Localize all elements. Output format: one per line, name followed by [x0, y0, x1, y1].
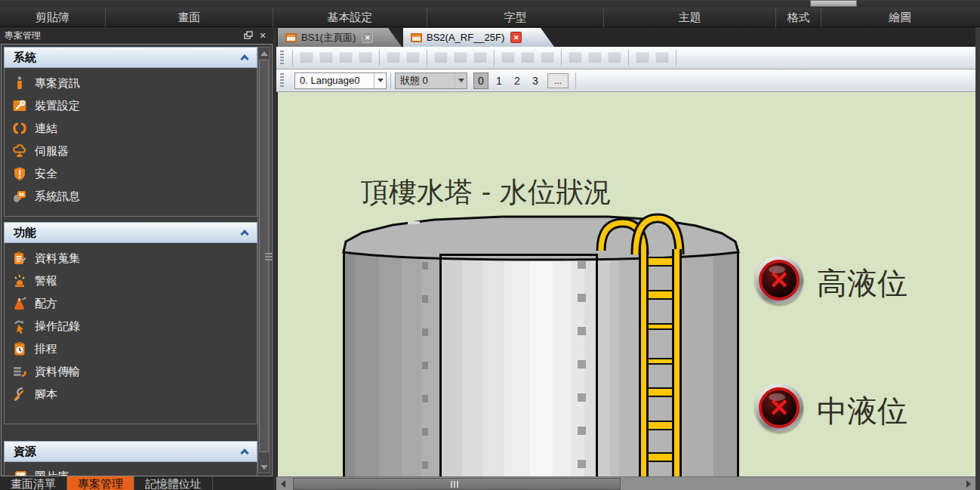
document-tab-bs2[interactable]: BS2(A_RF__25F) ✕: [403, 28, 554, 47]
lamp-lens: ✕: [759, 387, 800, 428]
ribbon-tab-format[interactable]: 格式: [776, 8, 821, 27]
item-label: 排程: [35, 342, 57, 356]
item-label: 資料蒐集: [35, 251, 80, 266]
sidebar-item-data-sampling[interactable]: 資料蒐集: [5, 247, 257, 270]
label-high-level[interactable]: 高液位: [817, 263, 908, 304]
sidebar-item-device-settings[interactable]: 裝置設定: [5, 94, 257, 117]
item-label: 配方: [35, 297, 57, 311]
sidebar-item-picture-library[interactable]: 圖片庫: [5, 465, 257, 476]
panel-titlebar: 專案管理 ✕: [0, 27, 273, 44]
tab-close-icon[interactable]: ✕: [362, 32, 373, 43]
state-button-0[interactable]: 0: [473, 72, 488, 89]
item-label: 資料傳輸: [35, 365, 80, 379]
section-box-system: 專案資訊 裝置設定 連結 伺服器: [4, 68, 257, 217]
script-icon: [11, 386, 29, 402]
thumb-grip: [451, 481, 460, 488]
item-label: 系統訊息: [35, 190, 80, 204]
chevron-up-icon: [240, 54, 248, 63]
chevron-down-icon[interactable]: [374, 73, 386, 88]
ribbon-cutoff-control[interactable]: [810, 0, 857, 7]
project-info-icon: [11, 75, 29, 91]
sidebar-item-project-info[interactable]: 專案資訊: [5, 72, 257, 94]
state-button-1[interactable]: 1: [492, 72, 507, 89]
tab-project-manager[interactable]: 專案管理: [67, 476, 134, 490]
disabled-ungroup-icon: [406, 52, 420, 63]
horizontal-scrollbar-thumb[interactable]: [293, 478, 621, 490]
sidebar-item-link[interactable]: 連結: [5, 117, 257, 140]
document-tabbar: BS1(主頁面) ✕ BS2(A_RF__25F) ✕: [276, 27, 975, 47]
close-icon[interactable]: ✕: [257, 30, 269, 42]
sidebar-scrollbar[interactable]: [257, 47, 270, 473]
toolbar-drag-handle[interactable]: [280, 73, 284, 88]
ribbon-top-strip: [0, 0, 980, 8]
sidebar-item-data-transfer[interactable]: 資料傳輸: [5, 360, 257, 383]
section-box-function: 資料蒐集 警報 配方 操作記錄: [4, 243, 257, 424]
screen-window-icon: [285, 33, 297, 42]
screen-editor-canvas[interactable]: 頂樓水塔 - 水位狀況: [278, 92, 975, 476]
sidebar-item-schedule[interactable]: 排程: [5, 337, 257, 360]
document-tab-label: BS1(主頁面): [301, 31, 356, 45]
sidebar-item-security[interactable]: 安全: [5, 162, 257, 185]
water-tank-graphic[interactable]: [332, 211, 747, 476]
security-icon: [11, 165, 29, 182]
language-select[interactable]: 0. Language0: [294, 72, 387, 89]
sidebar-item-system-message[interactable]: M 系統訊息: [5, 185, 257, 208]
thumb-grip: [265, 253, 272, 260]
canvas-horizontal-scrollbar[interactable]: [276, 476, 975, 490]
document-tab-bs1[interactable]: BS1(主頁面) ✕: [278, 28, 402, 47]
ribbon-tab-screen[interactable]: 畫面: [106, 8, 273, 27]
scroll-left-arrow[interactable]: [278, 479, 288, 489]
disabled-undo-icon: [300, 52, 313, 63]
data-sampling-icon: [11, 250, 29, 267]
state-toolbar: 0. Language0 狀態 0 0 1 2 3 ...: [276, 69, 975, 92]
disabled-redo-icon: [319, 52, 333, 63]
tab-memory-address[interactable]: 記憶體位址: [134, 476, 213, 490]
main-area: BS1(主頁面) ✕ BS2(A_RF__25F) ✕: [276, 27, 975, 490]
scroll-right-arrow[interactable]: [963, 479, 974, 489]
sidebar-item-alarm[interactable]: 警報: [5, 270, 257, 292]
canvas-title-text[interactable]: 頂樓水塔 - 水位狀況: [361, 174, 612, 211]
item-label: 安全: [35, 167, 57, 181]
state-more-button[interactable]: ...: [547, 73, 569, 88]
ribbon-tab-font[interactable]: 字型: [427, 8, 604, 27]
sidebar-item-script[interactable]: 腳本: [5, 383, 257, 405]
ribbon-tab-theme[interactable]: 主題: [604, 8, 776, 27]
float-window-icon[interactable]: [242, 30, 254, 42]
chevron-down-icon[interactable]: [455, 73, 467, 88]
scroll-down-arrow[interactable]: [258, 461, 270, 473]
tab-close-icon[interactable]: ✕: [510, 32, 522, 43]
sidebar-item-operation-log[interactable]: 操作記錄: [5, 315, 257, 337]
alarm-icon: [11, 273, 29, 289]
section-header-system[interactable]: 系統: [4, 47, 257, 68]
indicator-lamp-high-level[interactable]: ✕: [755, 256, 803, 304]
ribbon-tab-clipboard[interactable]: 剪貼簿: [0, 8, 106, 27]
link-icon: [11, 120, 29, 137]
sidebar-item-recipe[interactable]: 配方: [5, 292, 257, 315]
tab-screen-list[interactable]: 畫面清單: [0, 476, 67, 490]
sidebar-item-server[interactable]: 伺服器: [5, 140, 257, 162]
section-box-resources: 圖片庫: [4, 462, 257, 476]
item-label: 專案資訊: [35, 76, 80, 91]
disabled-rotate-right-icon: [655, 52, 669, 63]
scroll-up-arrow[interactable]: [258, 48, 270, 59]
lamp-lens: ✕: [759, 260, 800, 300]
document-tab-label: BS2(A_RF__25F): [427, 32, 504, 43]
toolbar-drag-handle[interactable]: [280, 51, 284, 66]
section-header-function[interactable]: 功能: [4, 222, 257, 243]
section-label: 功能: [14, 226, 36, 240]
section-header-resources[interactable]: 資源: [4, 441, 257, 462]
svg-text:M: M: [20, 191, 24, 198]
ribbon-tab-basic-settings[interactable]: 基本設定: [273, 8, 427, 27]
panel-bottom-tabs: 畫面清單 專案管理 記憶體位址: [0, 476, 273, 490]
recipe-icon: [11, 295, 29, 312]
sidebar-scrollbar-thumb[interactable]: [259, 60, 269, 452]
indicator-lamp-mid-level[interactable]: ✕: [755, 384, 803, 432]
item-label: 腳本: [35, 387, 57, 402]
label-mid-level[interactable]: 中液位: [817, 390, 908, 432]
state-button-2[interactable]: 2: [510, 72, 525, 89]
state-select[interactable]: 狀態 0: [395, 72, 467, 89]
state-button-3[interactable]: 3: [528, 72, 543, 89]
item-label: 操作記錄: [35, 319, 80, 334]
ribbon-tab-drawing[interactable]: 繪圖: [821, 8, 979, 27]
item-label: 圖片庫: [35, 470, 69, 477]
